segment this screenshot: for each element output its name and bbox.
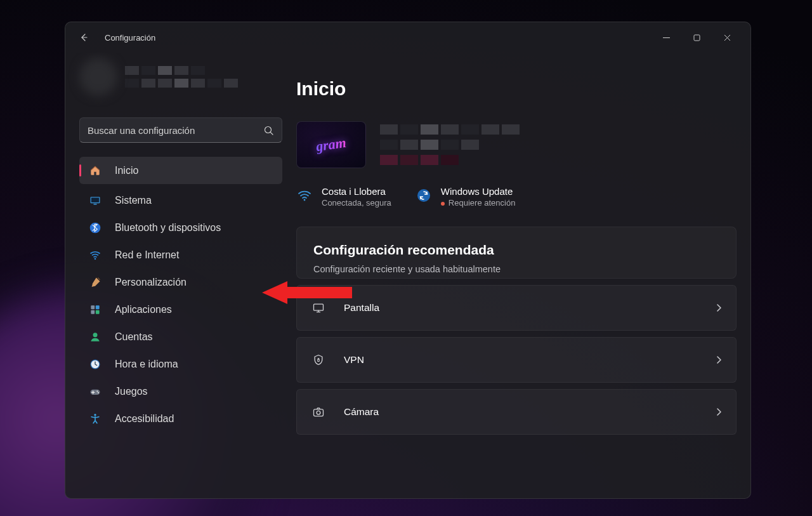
recommended-item-label: Cámara	[344, 406, 698, 418]
svg-rect-21	[318, 359, 320, 361]
recommended-item-label: VPN	[344, 354, 698, 366]
svg-point-16	[98, 392, 99, 393]
close-icon	[724, 34, 731, 41]
shield-icon	[311, 352, 326, 367]
svg-rect-4	[94, 204, 97, 205]
sidebar-item-label: Aplicaciones	[115, 304, 172, 315]
recommended-panel: Configuración recomendada Configuración …	[296, 227, 737, 279]
page-title: Inicio	[296, 78, 737, 100]
wifi-icon	[296, 187, 313, 204]
brush-icon	[88, 275, 102, 289]
close-button[interactable]	[712, 27, 742, 48]
recommended-item-label: Pantalla	[344, 302, 698, 314]
recommended-item-display[interactable]: Pantalla	[296, 285, 737, 331]
sidebar-item-gamepad[interactable]: Juegos	[79, 378, 282, 405]
search-input[interactable]	[88, 125, 263, 136]
gamepad-icon	[88, 385, 102, 399]
back-arrow-icon	[79, 32, 89, 43]
titlebar: Configuración	[65, 22, 750, 53]
display-icon	[311, 300, 326, 315]
chevron-right-icon	[716, 407, 722, 416]
nav-list: InicioSistemaBluetooth y dispositivosRed…	[79, 157, 282, 498]
camera-icon	[311, 404, 326, 420]
app-title: Configuración	[105, 33, 155, 43]
recommended-subtitle: Configuración reciente y usada habitualm…	[313, 264, 719, 274]
redacted-profile-name	[125, 66, 238, 88]
wifi-icon	[88, 248, 102, 262]
update-status-title: Windows Update	[441, 186, 516, 197]
clock-icon	[88, 357, 102, 371]
sidebar-item-system[interactable]: Sistema	[79, 187, 282, 214]
sidebar-item-apps[interactable]: Aplicaciones	[79, 296, 282, 323]
redacted-device-info	[380, 124, 520, 165]
device-thumbnail[interactable]: gram	[296, 121, 366, 168]
main-pane: Inicio gram Costa i Llobera	[296, 53, 737, 498]
user-profile[interactable]	[79, 53, 282, 101]
sidebar-item-label: Bluetooth y dispositivos	[115, 222, 221, 234]
svg-rect-10	[96, 310, 100, 314]
svg-rect-7	[91, 305, 95, 309]
device-thumbnail-text: gram	[315, 135, 348, 155]
sidebar-item-wifi[interactable]: Red e Internet	[79, 241, 282, 268]
settings-window: Configuración InicioSistemaBluetooth y d…	[65, 22, 751, 499]
apps-icon	[88, 303, 102, 317]
recommended-title: Configuración recomendada	[313, 242, 719, 258]
wifi-status[interactable]: Costa i Llobera Conectada, segura	[296, 186, 391, 208]
chevron-right-icon	[716, 303, 722, 312]
svg-rect-20	[314, 304, 324, 310]
wifi-status-subtitle: Conectada, segura	[322, 198, 391, 208]
svg-rect-22	[314, 409, 324, 416]
sidebar: InicioSistemaBluetooth y dispositivosRed…	[79, 53, 296, 498]
svg-rect-8	[96, 305, 100, 309]
sidebar-item-home[interactable]: Inicio	[79, 157, 282, 184]
search-icon	[263, 125, 274, 136]
sidebar-item-label: Cuentas	[115, 331, 153, 343]
maximize-button[interactable]	[682, 27, 711, 48]
windows-update-status[interactable]: Windows Update Requiere atención	[416, 186, 516, 208]
accessibility-icon	[88, 412, 102, 426]
update-status-subtitle: Requiere atención	[441, 198, 516, 208]
recommended-item-camera[interactable]: Cámara	[296, 389, 737, 435]
sidebar-item-label: Red e Internet	[115, 249, 179, 261]
maximize-icon	[693, 34, 700, 41]
svg-rect-3	[91, 197, 100, 202]
chevron-right-icon	[716, 355, 722, 364]
sidebar-item-label: Sistema	[115, 195, 152, 206]
svg-point-11	[93, 333, 98, 337]
svg-rect-9	[91, 310, 95, 314]
minimize-button[interactable]	[652, 27, 681, 48]
home-icon	[88, 164, 102, 178]
search-box[interactable]	[79, 117, 282, 143]
svg-point-6	[95, 258, 96, 260]
device-hero: gram	[296, 121, 737, 168]
sync-icon	[416, 187, 432, 204]
wifi-status-title: Costa i Llobera	[322, 186, 391, 197]
svg-point-23	[317, 411, 320, 414]
bluetooth-icon	[88, 221, 102, 235]
sidebar-item-label: Juegos	[115, 386, 148, 397]
minimize-icon	[663, 34, 670, 41]
avatar	[79, 58, 117, 96]
svg-point-19	[417, 189, 430, 202]
system-icon	[88, 194, 102, 208]
svg-point-18	[304, 199, 306, 201]
sidebar-item-label: Accesibilidad	[115, 413, 174, 425]
sidebar-item-label: Personalización	[115, 277, 187, 288]
back-button[interactable]	[74, 28, 93, 47]
user-icon	[88, 330, 102, 344]
recommended-item-shield[interactable]: VPN	[296, 337, 737, 383]
sidebar-item-label: Inicio	[115, 165, 138, 176]
sidebar-item-label: Hora e idioma	[115, 359, 178, 370]
svg-point-15	[96, 390, 98, 392]
sidebar-item-user[interactable]: Cuentas	[79, 323, 282, 350]
sidebar-item-brush[interactable]: Personalización	[79, 268, 282, 296]
sidebar-item-bluetooth[interactable]: Bluetooth y dispositivos	[79, 214, 282, 241]
sidebar-item-accessibility[interactable]: Accesibilidad	[79, 405, 282, 432]
svg-point-17	[94, 414, 96, 416]
svg-rect-0	[694, 35, 700, 41]
sidebar-item-clock[interactable]: Hora e idioma	[79, 350, 282, 378]
